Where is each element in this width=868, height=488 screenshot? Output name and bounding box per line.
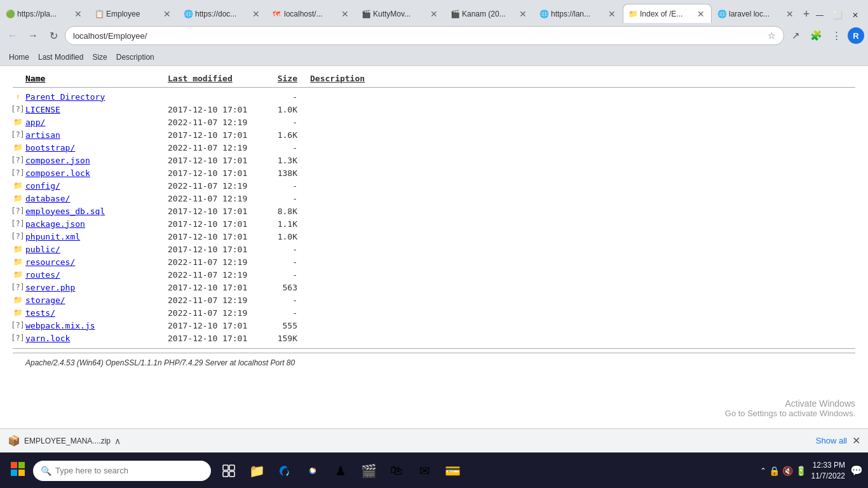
file-icon-artisan: [?] [13,130,23,140]
link-public[interactable]: public/ [25,245,60,254]
file-icon-webpackmixjs: [?] [13,320,23,330]
profile-avatar[interactable]: R [848,27,864,44]
link-app[interactable]: app/ [25,118,45,127]
tab9-title: laravel loc... [729,10,782,18]
tab2-close[interactable]: ✕ [162,9,172,19]
close-button[interactable]: ✕ [848,8,863,23]
tab-7[interactable]: 🌐 https://lan... ✕ [534,4,623,23]
taskbar-search-box[interactable]: 🔍 [33,461,211,481]
bookmark-size[interactable]: Size [88,51,111,63]
file-icon-sql: [?] [13,206,23,216]
tab4-close[interactable]: ✕ [340,9,350,19]
tab5-close[interactable]: ✕ [429,9,439,19]
address-bar-row: ← → ↻ localhost/Employee/ ☆ ↗ 🧩 ⋮ R [0,23,868,48]
tab-9[interactable]: 🌐 laravel loc... ✕ [712,4,801,23]
forward-button[interactable]: → [24,27,42,44]
show-all-downloads-button[interactable]: Show all [816,436,847,445]
extensions-icon[interactable]: 🧩 [807,27,825,44]
wallet-icon[interactable]: 💳 [441,459,464,482]
taskbar-sound-icon[interactable]: 🔇 [782,466,793,476]
tab-5[interactable]: 🎬 KuttyMov... ✕ [356,4,445,23]
taskbar-notification-icon[interactable]: 💬 [850,464,863,477]
link-storage[interactable]: storage/ [25,295,65,305]
store-icon[interactable]: 🛍 [385,459,408,482]
refresh-button[interactable]: ↻ [44,27,62,44]
link-artisan[interactable]: artisan [25,130,60,140]
link-sql[interactable]: employees_db.sql [25,207,105,216]
menu-icon[interactable]: ⋮ [827,27,845,44]
tab3-close[interactable]: ✕ [251,9,261,19]
page-content: Name Last modified Size Description ↑ Pa… [0,66,868,377]
link-packagejson[interactable]: package.json [25,219,85,229]
taskbar-datetime[interactable]: 12:33 PM 11/7/2022 [811,460,845,482]
minimize-button[interactable]: — [812,8,827,23]
link-tests[interactable]: tests/ [25,308,55,318]
tab1-close[interactable]: ✕ [73,9,83,19]
file-icon-packagejson: [?] [13,219,23,229]
share-icon[interactable]: ↗ [787,27,804,44]
link-phpunit[interactable]: phpunit.xml [25,232,80,241]
link-serverphp[interactable]: server.php [25,283,75,292]
parent-dir-link[interactable]: Parent Directory [25,92,105,102]
edge-browser-icon[interactable] [273,459,296,482]
bookmarks-bar: Home Last Modified Size Description [0,48,868,66]
chrome-browser-icon[interactable] [301,459,324,482]
download-chevron-icon[interactable]: ∧ [114,436,121,446]
tab8-title: Index of /E... [640,10,693,18]
svg-rect-3 [18,470,25,476]
file-icon-license: [?] [13,104,23,114]
chess-icon[interactable]: ♟ [329,459,352,482]
tab-8[interactable]: 📁 Index of /E... ✕ [623,4,712,23]
list-item: 📁 tests/ 2022-11-07 12:19 - [13,306,855,319]
link-webpackmixjs[interactable]: webpack.mix.js [25,321,95,330]
col-size: Size [259,74,297,83]
taskbar-search-input[interactable] [55,466,182,475]
link-bootstrap[interactable]: bootstrap/ [25,143,75,152]
kodi-icon[interactable]: 🎬 [357,459,380,482]
file-icon-serverphp: [?] [13,282,23,292]
tab-3[interactable]: 🌐 https://doc... ✕ [178,4,267,23]
task-view-icon[interactable] [217,459,240,482]
taskbar-network-icon[interactable]: 🔒 [769,466,780,476]
taskbar-hide-icon[interactable]: ⌃ [760,466,766,475]
tab7-close[interactable]: ✕ [607,9,617,19]
tab6-close[interactable]: ✕ [518,9,528,19]
bookmark-last-modified[interactable]: Last Modified [34,51,87,63]
file-explorer-icon[interactable]: 📁 [245,459,268,482]
link-database[interactable]: database/ [25,194,70,203]
maximize-button[interactable]: ⬜ [830,8,845,23]
link-yarnlock[interactable]: yarn.lock [25,334,70,343]
start-button[interactable] [5,458,31,484]
bookmark-description[interactable]: Description [112,51,158,63]
list-item: [?] server.php 2017-12-10 17:01 563 [13,281,855,294]
tab-bar: 🟢 https://pla... ✕ 📋 Employee ✕ 🌐 https:… [0,0,868,23]
link-composerlock[interactable]: composer.lock [25,168,90,178]
link-config[interactable]: config/ [25,181,60,191]
download-bar-close-button[interactable]: ✕ [852,435,860,447]
list-item: [?] composer.json 2017-12-10 17:01 1.3K [13,154,855,166]
new-tab-button[interactable]: + [801,5,812,23]
svg-rect-5 [229,465,234,470]
dir-icon-resources: 📁 [13,257,23,267]
list-item: [?] composer.lock 2017-12-10 17:01 138K [13,166,855,179]
tab-6[interactable]: 🎬 Kanam (20... ✕ [445,4,534,23]
link-resources[interactable]: resources/ [25,257,75,267]
address-box[interactable]: localhost/Employee/ ☆ [65,26,784,45]
list-item: [?] yarn.lock 2017-12-10 17:01 159K [13,332,855,344]
back-button[interactable]: ← [4,27,22,44]
tab-4[interactable]: 🗺 localhost/... ✕ [267,4,356,23]
link-routes[interactable]: routes/ [25,270,60,280]
tab2-favicon: 📋 [95,10,104,18]
link-license[interactable]: LICENSE [25,105,60,114]
taskbar-battery-icon[interactable]: 🔋 [796,466,806,476]
mail-icon[interactable]: ✉ [413,459,436,482]
bookmark-star-icon[interactable]: ☆ [768,30,776,41]
link-composerjson[interactable]: composer.json [25,156,90,165]
tab-2[interactable]: 📋 Employee ✕ [89,4,178,23]
tab-1[interactable]: 🟢 https://pla... ✕ [0,4,89,23]
tab9-close[interactable]: ✕ [785,9,795,19]
list-item: [?] phpunit.xml 2017-12-10 17:01 1.0K [13,230,855,243]
tab8-close[interactable]: ✕ [696,9,706,19]
list-item: 📁 storage/ 2022-11-07 12:19 - [13,294,855,306]
bookmark-home[interactable]: Home [5,51,33,63]
